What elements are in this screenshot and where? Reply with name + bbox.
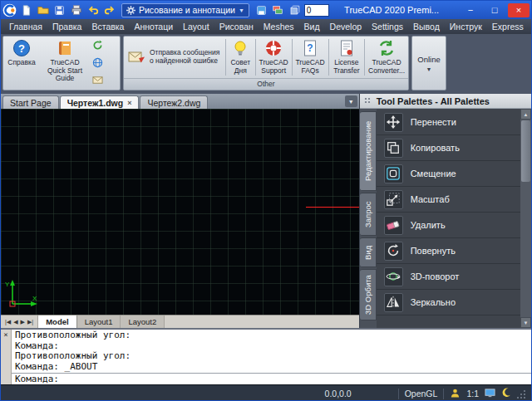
save-icon[interactable] bbox=[52, 3, 66, 17]
palette-tab-3d-orbit[interactable]: 3D Орбита bbox=[360, 269, 377, 320]
layout-tab-layout2[interactable]: Layout2 bbox=[121, 315, 165, 328]
truecad-faqs-button[interactable]: ? TrueCAD FAQs bbox=[293, 37, 326, 77]
drawing-canvas[interactable]: Y X bbox=[1, 109, 359, 315]
save-as-icon[interactable] bbox=[254, 3, 268, 17]
monitor-icon[interactable] bbox=[485, 388, 495, 400]
palette-tab-view[interactable]: Вид bbox=[360, 237, 377, 267]
truecad-logo-icon[interactable] bbox=[2, 3, 17, 17]
tab-glavnaya[interactable]: Главная bbox=[4, 21, 47, 32]
tab-layout[interactable]: Layout bbox=[178, 21, 214, 32]
truecad-window: Рисование и аннотации ▼ TrueCAD 2020 Pre… bbox=[0, 0, 532, 401]
tab-instrumenty[interactable]: Инструк bbox=[445, 21, 487, 32]
ribbon-group-other: Отправка сообщения о найденной ошибке Со… bbox=[123, 36, 409, 90]
layers-icon[interactable] bbox=[271, 3, 285, 17]
close-icon[interactable]: × bbox=[3, 330, 7, 339]
refresh-icon[interactable] bbox=[92, 39, 103, 54]
close-button[interactable]: × bbox=[508, 3, 530, 17]
first-layout-button[interactable]: |◀ bbox=[5, 319, 11, 325]
tab-develop[interactable]: Develop bbox=[325, 21, 367, 32]
layout-tab-layout1[interactable]: Layout1 bbox=[77, 315, 121, 328]
mirror-icon bbox=[384, 293, 403, 312]
license-transfer-button[interactable]: License Transfer bbox=[330, 37, 362, 77]
help-side-tools bbox=[91, 37, 104, 90]
doc-tab-start-page[interactable]: Start Page bbox=[2, 95, 59, 109]
tool-rotate[interactable]: Повернуть bbox=[377, 238, 520, 264]
scale-icon bbox=[384, 190, 403, 209]
scroll-down-icon[interactable]: ▼ bbox=[520, 317, 531, 328]
tool-mirror[interactable]: Зеркально bbox=[377, 290, 520, 315]
svg-text:?: ? bbox=[307, 42, 313, 54]
minimize-button[interactable]: − bbox=[460, 3, 481, 17]
gear-icon bbox=[126, 6, 135, 15]
resize-grip[interactable] bbox=[517, 389, 526, 399]
tool-copy[interactable]: Копировать bbox=[377, 135, 520, 161]
divider bbox=[225, 39, 226, 76]
online-button[interactable]: Online bbox=[417, 55, 440, 64]
send-error-report-button[interactable]: Отправка сообщения о найденной ошибке bbox=[126, 37, 224, 77]
quick-start-guide-button[interactable]: TrueCAD Quick Start Guide bbox=[39, 37, 91, 90]
ribbon-group-help: ? Справка TrueCAD Quick Start Guide Спра… bbox=[2, 36, 121, 90]
tip-of-day-button[interactable]: Совет Дня bbox=[228, 37, 254, 77]
tab-list-dropdown[interactable]: ▼ bbox=[345, 95, 357, 107]
last-layout-button[interactable]: ▶| bbox=[27, 319, 33, 325]
tool-scale[interactable]: Масштаб bbox=[377, 187, 520, 213]
palette-title-bar[interactable]: Tool Palettes - All Palettes bbox=[360, 94, 531, 109]
globe-icon[interactable] bbox=[92, 56, 103, 71]
tab-settings[interactable]: Settings bbox=[367, 21, 408, 32]
tool-3d-rotate[interactable]: 3D-поворот bbox=[377, 264, 520, 290]
tab-vid[interactable]: Вид bbox=[299, 21, 325, 32]
workspace-selector[interactable]: Рисование и аннотации ▼ bbox=[121, 3, 249, 17]
palette-tab-query[interactable]: Запрос bbox=[360, 193, 377, 236]
tab-risovanie[interactable]: Рисован bbox=[214, 21, 259, 32]
chevron-down-icon[interactable]: ▼ bbox=[426, 66, 432, 72]
tab-vyvod[interactable]: Вывод bbox=[408, 21, 445, 32]
next-layout-button[interactable]: ▶ bbox=[21, 319, 25, 325]
tab-vstavka[interactable]: Вставка bbox=[86, 21, 129, 32]
status-bar: 0.0,0.0 OpenGL 1:1 bbox=[1, 384, 531, 401]
scroll-up-icon[interactable]: ▲ bbox=[520, 109, 531, 120]
svg-text:Y: Y bbox=[5, 281, 10, 288]
palette-title: Tool Palettes - All Palettes bbox=[377, 96, 490, 106]
undo-icon[interactable] bbox=[86, 3, 100, 17]
redo-icon[interactable] bbox=[102, 3, 116, 17]
tab-annotacii[interactable]: Аннотаци bbox=[129, 21, 178, 32]
command-history-line: Противоположный угол: bbox=[15, 330, 528, 341]
palette-tab-editing[interactable]: Редактирование bbox=[360, 111, 377, 191]
renderer-label[interactable]: OpenGL bbox=[405, 389, 438, 399]
tool-erase[interactable]: Удалить bbox=[377, 213, 520, 238]
ucs-icon: Y X bbox=[4, 275, 41, 311]
user-icon[interactable] bbox=[450, 388, 461, 400]
doc-tab-drawing1[interactable]: Чертеж1.dwg × bbox=[60, 95, 140, 109]
help-button[interactable]: ? Справка bbox=[5, 37, 38, 90]
tool-move[interactable]: Перенести bbox=[377, 110, 520, 135]
group-label-other[interactable]: Other bbox=[124, 78, 408, 90]
open-folder-icon[interactable] bbox=[36, 3, 50, 17]
doc-tab-drawing2[interactable]: Чертеж2.dwg bbox=[140, 95, 208, 109]
scale-indicator[interactable]: 1:1 bbox=[466, 389, 479, 399]
new-file-icon[interactable] bbox=[19, 3, 33, 17]
truecad-support-button[interactable]: TrueCAD Support bbox=[258, 37, 290, 77]
palette-grip-icon bbox=[364, 97, 372, 105]
cube-icon[interactable] bbox=[288, 3, 302, 17]
scrollbar-thumb[interactable] bbox=[521, 120, 530, 182]
converter-icon bbox=[377, 39, 396, 57]
license-icon bbox=[337, 39, 356, 57]
faq-icon: ? bbox=[301, 39, 319, 57]
truecad-converter-button[interactable]: TrueCAD Converter... bbox=[367, 37, 406, 77]
tool-offset[interactable]: Смещение bbox=[377, 161, 520, 187]
command-input[interactable]: Команда: bbox=[12, 373, 531, 384]
tab-meshes[interactable]: Meshes bbox=[259, 21, 299, 32]
tab-pravka[interactable]: Правка bbox=[47, 21, 86, 32]
close-icon[interactable]: × bbox=[127, 99, 131, 107]
prev-layout-button[interactable]: ◀ bbox=[13, 319, 17, 325]
palette-scrollbar[interactable]: ▲ ▼ bbox=[520, 109, 531, 328]
elevation-field[interactable] bbox=[304, 4, 329, 17]
maximize-button[interactable]: □ bbox=[484, 3, 505, 17]
ribbon-group-online: Online ▼ bbox=[411, 36, 446, 90]
tab-express[interactable]: Express bbox=[487, 21, 529, 32]
layout-tab-model[interactable]: Model bbox=[38, 315, 76, 328]
tab-addon[interactable]: Add-On bbox=[529, 21, 532, 32]
moon-icon[interactable] bbox=[501, 388, 511, 399]
print-icon[interactable] bbox=[69, 3, 83, 17]
mail-icon[interactable] bbox=[92, 74, 103, 89]
